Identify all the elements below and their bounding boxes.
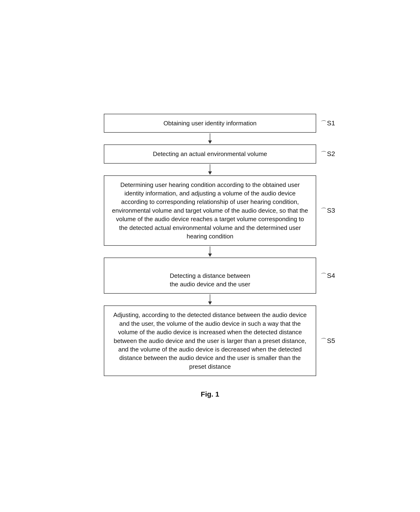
arrow-shaft-4 <box>210 294 210 301</box>
step-row-s1: Obtaining user identity information ⌒S1 <box>104 114 316 133</box>
box-s4: Detecting a distance between the audio d… <box>104 258 316 294</box>
arrow-line-4 <box>208 294 212 305</box>
label-s4: ⌒S4 <box>320 271 335 280</box>
box-s3-text: Determining user hearing condition accor… <box>112 181 308 240</box>
label-s5-curve: ⌒ <box>320 337 326 344</box>
box-s1-text: Obtaining user identity information <box>164 120 257 127</box>
arrow-shaft-1 <box>210 133 210 140</box>
arrow-head-1 <box>208 140 212 144</box>
label-s3: ⌒S3 <box>320 206 335 214</box>
arrow-4 <box>104 294 316 306</box>
step-row-s4: Detecting a distance between the audio d… <box>104 258 316 294</box>
diagram: Obtaining user identity information ⌒S1 … <box>104 114 316 398</box>
label-s2: ⌒S2 <box>320 150 335 158</box>
fig-label: Fig. 1 <box>201 390 219 398</box>
arrow-shaft-3 <box>210 246 210 253</box>
box-s5: Adjusting, according to the detected dis… <box>104 306 316 376</box>
page: Obtaining user identity information ⌒S1 … <box>0 0 420 512</box>
label-s2-curve: ⌒ <box>320 151 326 157</box>
box-s2: Detecting an actual environmental volume <box>104 145 316 163</box>
box-s1: Obtaining user identity information <box>104 114 316 133</box>
arrow-line-3 <box>208 246 212 257</box>
arrow-3 <box>104 246 316 258</box>
arrow-head-2 <box>208 171 212 175</box>
label-s1-curve: ⌒ <box>320 120 326 127</box>
label-s3-curve: ⌒ <box>320 207 326 214</box>
step-row-s2: Detecting an actual environmental volume… <box>104 145 316 163</box>
label-s1: ⌒S1 <box>320 119 335 127</box>
arrow-shaft-2 <box>210 164 210 171</box>
box-s3: Determining user hearing condition accor… <box>104 176 316 246</box>
box-s4-text: Detecting a distance between the audio d… <box>170 272 250 288</box>
arrow-line-2 <box>208 164 212 175</box>
step-row-s3: Determining user hearing condition accor… <box>104 176 316 246</box>
box-s5-text: Adjusting, according to the detected dis… <box>113 311 307 370</box>
arrow-1 <box>104 133 316 145</box>
arrow-line-1 <box>208 133 212 144</box>
step-row-s5: Adjusting, according to the detected dis… <box>104 306 316 376</box>
label-s4-curve: ⌒ <box>320 272 326 279</box>
arrow-head-4 <box>208 301 212 305</box>
arrow-head-3 <box>208 253 212 257</box>
arrow-2 <box>104 164 316 176</box>
label-s5: ⌒S5 <box>320 336 335 345</box>
box-s2-text: Detecting an actual environmental volume <box>153 150 267 157</box>
